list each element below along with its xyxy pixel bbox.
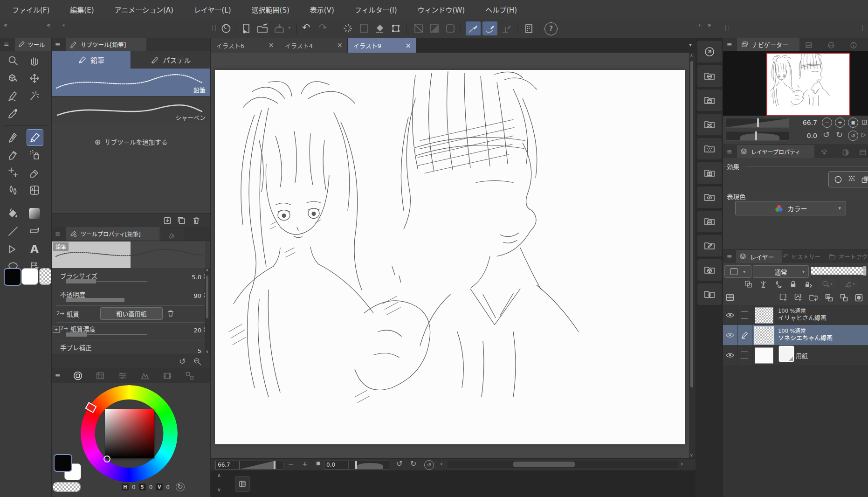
canvas-page[interactable] [215, 70, 685, 444]
layer-list-view-icon[interactable] [724, 292, 736, 303]
reference-layer-icon[interactable] [758, 279, 769, 289]
stencil-area-icon[interactable] [444, 22, 457, 35]
tool-blend[interactable] [5, 182, 21, 198]
tool-pencil[interactable] [27, 129, 43, 146]
dock-collapse-right-icon[interactable]: » [708, 22, 711, 28]
layer-row-paper[interactable]: 用紙 [723, 345, 868, 366]
tab-intermediate-color[interactable] [179, 369, 200, 383]
foreground-color-swatch[interactable] [4, 268, 21, 286]
tool-decoration[interactable] [5, 165, 21, 180]
brush-size-value[interactable]: 5.0 [185, 274, 201, 281]
tool-hand[interactable] [27, 53, 42, 69]
subtool-item-pencil[interactable]: 鉛筆 [52, 69, 210, 96]
tool-fill[interactable] [5, 206, 21, 221]
rotation-slider[interactable] [348, 461, 389, 469]
transfer-to-layer-below-icon[interactable] [823, 292, 835, 303]
tool-selection-pen[interactable] [5, 88, 21, 104]
expression-color-dropdown[interactable]: カラー ▾ [735, 201, 846, 215]
tab-color-set[interactable] [90, 369, 110, 383]
layer-row-sonesie[interactable]: 100 %通常 ソネシエちゃん線画 [723, 325, 868, 345]
layer-panel-menu-icon[interactable]: ≡ [727, 253, 732, 260]
layer-color-effect-icon[interactable] [861, 175, 868, 184]
redo-icon[interactable]: ↷ [319, 23, 327, 33]
tab-navigator[interactable]: ナビゲーター [737, 38, 799, 51]
tool-move[interactable] [27, 70, 42, 86]
dock-material-tone[interactable] [697, 138, 722, 160]
tab-layer-property-2[interactable] [814, 146, 834, 159]
reset-rotation-icon[interactable]: ↺ [424, 460, 434, 470]
opacity-slider[interactable] [66, 298, 124, 302]
brush-detail-tab[interactable] [158, 228, 184, 241]
navigator-zoom-out-button[interactable]: − [822, 117, 832, 128]
layer1-name[interactable]: イリャヒさん線画 [778, 314, 827, 322]
menu-selection[interactable]: 選択範囲(S) [252, 5, 289, 14]
tab1-close-icon[interactable]: × [268, 42, 274, 49]
canvas-hscrollbar[interactable] [448, 461, 678, 468]
tool-property-menu-icon[interactable]: ≡ [55, 230, 61, 237]
tab2-close-icon[interactable]: × [337, 42, 343, 49]
layer3-name[interactable]: 用紙 [796, 352, 808, 360]
tool-pen[interactable] [5, 129, 21, 145]
timeline-down-icon[interactable]: ∨ [217, 487, 221, 492]
tool-operation[interactable] [5, 70, 21, 86]
main-color-swatch[interactable] [54, 454, 72, 472]
select-area-icon[interactable] [358, 22, 371, 35]
transparent-color-swatch[interactable] [39, 268, 51, 285]
zoom-fit-icon[interactable]: ■ [316, 461, 320, 466]
tab-information[interactable] [843, 39, 864, 51]
create-layer-mask-icon[interactable] [853, 292, 865, 303]
menu-filter[interactable]: フィルター(I) [355, 5, 397, 14]
layer1-visibility-toggle[interactable] [723, 305, 737, 325]
zoom-out-icon[interactable]: − [288, 461, 294, 467]
tab-auto-action[interactable]: オートアク [827, 250, 868, 263]
tool-eraser[interactable] [27, 165, 42, 180]
background-color-swatch[interactable] [21, 268, 38, 285]
tool-panel-tab[interactable]: ツール [15, 38, 51, 51]
sv-cursor[interactable] [103, 456, 110, 462]
tool-airbrush[interactable] [27, 147, 42, 163]
document-tab-2[interactable]: イラスト4 × [279, 38, 348, 53]
snap-grid-icon[interactable] [500, 22, 513, 35]
stencil-on-icon[interactable] [428, 22, 441, 35]
tab-layer-property-3[interactable] [836, 146, 855, 159]
menu-help[interactable]: ヘルプ(H) [485, 5, 517, 14]
far-right-grip[interactable] [862, 25, 866, 31]
navigator-zoom-in-button[interactable]: + [835, 117, 845, 128]
dock-material-image[interactable] [697, 210, 722, 233]
navigator-menu-icon[interactable]: ≡ [727, 41, 732, 48]
all-sides-view-button[interactable] [235, 476, 250, 492]
enable-mask-icon[interactable]: ▾ [818, 278, 836, 290]
fill-selection-icon[interactable] [373, 22, 386, 35]
stabilization-value[interactable]: 5 [185, 347, 201, 354]
tab-history[interactable]: ↶ ヒストリー [781, 250, 827, 263]
collapse-left-icon[interactable]: « [4, 22, 7, 28]
snap-special-ruler-icon[interactable] [482, 21, 497, 35]
vscroll-down-icon[interactable]: ∨ [690, 453, 693, 457]
tab-list-icon[interactable]: ▾ [689, 42, 692, 48]
tab-color-wheel[interactable] [68, 369, 88, 384]
color-panel-menu-icon[interactable]: ≡ [55, 372, 61, 379]
canvas-area[interactable] [211, 53, 689, 458]
tool-gradient[interactable] [27, 206, 42, 221]
tab3-close-icon[interactable]: × [405, 41, 411, 50]
sv-square[interactable] [105, 409, 154, 458]
navigator-play-icon[interactable]: ▷ [861, 131, 866, 138]
subtool-group-pencil[interactable]: 鉛筆 [52, 51, 131, 69]
transform-icon[interactable] [389, 22, 402, 35]
tool-property-tab[interactable]: ツールプロパティ[鉛筆] [66, 227, 160, 241]
start-screen-icon[interactable] [522, 22, 535, 35]
menu-layer[interactable]: レイヤー(L) [194, 5, 231, 14]
register-initial-icon[interactable] [192, 356, 203, 367]
dock-quick-access[interactable] [697, 41, 722, 63]
zoom-value-box[interactable]: 66.7 [215, 461, 240, 469]
layer-property-menu-icon[interactable]: ≡ [727, 148, 732, 155]
navigator-flip-icon[interactable] [861, 118, 868, 126]
layer3-visibility-toggle[interactable] [723, 345, 737, 365]
layer-opacity-slider[interactable] [811, 267, 867, 275]
document-tab-3-active[interactable]: イラスト9 × [348, 38, 416, 53]
tool-property-scrollbar[interactable]: ∧ ∨ [205, 268, 210, 354]
draw-on-layer-below-icon[interactable] [772, 279, 784, 289]
subtool-menu-icon[interactable]: ≡ [55, 41, 61, 48]
dock-material-home[interactable] [697, 89, 722, 111]
tab-color-history[interactable] [157, 369, 178, 383]
